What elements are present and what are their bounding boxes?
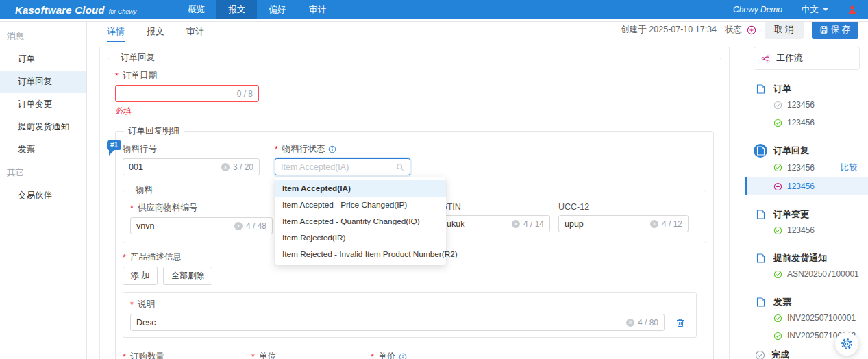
user-avatar-icon[interactable] <box>847 5 857 14</box>
created-timestamp: 创建于 2025-07-10 17:34 <box>621 24 717 36</box>
delete-all-button[interactable]: 全部删除 <box>163 267 212 285</box>
clear-icon[interactable] <box>221 163 230 171</box>
sidebar-item-order[interactable]: 订单 <box>0 48 86 71</box>
gtin-counter: 4 / 14 <box>523 219 544 229</box>
workflow-item[interactable]: 123456 <box>754 96 860 114</box>
info-icon[interactable] <box>399 353 407 359</box>
nav-item-audit[interactable]: 审计 <box>297 0 338 19</box>
workflow-section-order: 订单 123456 123456 <box>754 82 860 132</box>
vendor-item-label: 供应商物料编号 <box>138 202 198 214</box>
add-button[interactable]: 添 加 <box>123 267 158 285</box>
compare-link[interactable]: 比较 <box>841 162 857 173</box>
line-no-field: 物料行号 3 / 20 <box>123 138 260 175</box>
status-check-icon <box>773 101 782 110</box>
gtin-input[interactable] <box>447 219 512 229</box>
tab-message[interactable]: 报文 <box>147 25 164 42</box>
nav-item-overview[interactable]: 概览 <box>176 0 216 19</box>
desc-counter: 4 / 80 <box>638 318 658 327</box>
gtin-field: GTIN 4 / 14 <box>441 197 550 232</box>
clear-icon[interactable] <box>234 222 243 230</box>
line-no-counter: 3 / 20 <box>233 162 253 172</box>
user-name[interactable]: Chewy Demo <box>733 5 782 14</box>
navbar-right: Chewy Demo 中文 <box>733 4 857 16</box>
ucc12-label: UCC-12 <box>558 202 589 212</box>
workflow-title: 工作流 <box>776 52 803 64</box>
clear-icon[interactable] <box>650 220 658 228</box>
order-date-label: 订单日期 <box>123 70 157 82</box>
section-order-response-detail: 订单回复明细 #1 物料行号 3 / 20 <box>115 125 714 359</box>
info-icon[interactable] <box>328 145 336 153</box>
order-date-counter: 0 / 8 <box>237 89 253 99</box>
page-header: 详情 报文 审计 创建于 2025-07-10 17:34 状态 取 消 <box>88 22 868 42</box>
sidebar-item-trading-partner[interactable]: 交易伙伴 <box>0 184 86 207</box>
sidebar-item-invoice[interactable]: 发票 <box>0 138 86 161</box>
done-check-icon <box>755 350 765 359</box>
status-check-icon <box>773 270 782 279</box>
ucc12-input[interactable] <box>565 219 650 229</box>
workflow-icon <box>761 54 770 63</box>
sidebar-item-order-response[interactable]: 订单回复 <box>0 71 86 93</box>
required-error: 必填 <box>115 106 259 117</box>
item-status-dropdown: Item Accepted(IA) Item Accepted - Price … <box>275 177 446 265</box>
document-icon <box>754 295 767 309</box>
dropdown-option[interactable]: Item Rejected(IR) <box>275 230 446 246</box>
workflow-section-title: 订单 <box>773 83 791 95</box>
sidebar-item-asn[interactable]: 提前发货通知 <box>0 116 86 138</box>
settings-fab[interactable] <box>835 332 858 356</box>
workflow-section-title: 订单变更 <box>773 208 809 221</box>
tab-details[interactable]: 详情 <box>107 25 125 42</box>
done-label: 完成 <box>771 349 789 359</box>
vendor-item-input[interactable] <box>136 221 234 231</box>
dropdown-option[interactable]: Item Rejected - Invalid Item Product Num… <box>275 246 446 262</box>
caret-down-icon <box>823 8 828 11</box>
navbar-divider <box>0 21 868 22</box>
workflow-item[interactable]: ASN202507100001 <box>754 265 860 283</box>
sidebar-group-other: 其它 <box>0 161 86 184</box>
order-date-input[interactable] <box>121 89 237 99</box>
sidebar-item-order-change[interactable]: 订单变更 <box>0 93 86 116</box>
brand-logo[interactable]: Kasoftware Cloud for Chewy <box>15 4 136 16</box>
document-id: 123456 <box>787 163 815 173</box>
workflow-item[interactable]: 123456 <box>754 114 860 132</box>
status-check-icon <box>773 226 782 235</box>
workflow-item-selected[interactable]: 123456 <box>745 177 868 195</box>
save-button[interactable]: 保 存 <box>812 21 858 39</box>
line-no-input[interactable] <box>129 162 221 172</box>
desc-input[interactable] <box>136 318 626 327</box>
workflow-section-asn: 提前发货通知 ASN202507100001 <box>754 251 860 283</box>
status-plus-icon <box>773 182 782 191</box>
document-id: 123456 <box>787 100 815 110</box>
dropdown-option[interactable]: Item Accepted - Price Changed(IP) <box>275 197 446 213</box>
clear-icon[interactable] <box>512 220 520 228</box>
status-plus-icon[interactable] <box>747 25 756 35</box>
workflow-item[interactable]: 123456 比较 <box>754 158 860 177</box>
document-id: 123456 <box>787 182 815 191</box>
qty-field: 订购数量 <box>123 346 245 359</box>
vendor-item-counter: 4 / 48 <box>246 221 266 231</box>
status-check-icon <box>773 163 782 172</box>
item-status-field: 物料行状态 <box>275 138 410 175</box>
workflow-panel: 工作流 订单 123456 <box>745 42 868 359</box>
main-column: 订单回复 订单日期 0 / 8 必填 订单回复明细 #1 <box>88 42 745 359</box>
dropdown-option[interactable]: Item Accepted(IA) <box>275 180 446 197</box>
workflow-section-title: 提前发货通知 <box>773 252 827 264</box>
workflow-item[interactable]: INV202507100001 <box>754 309 860 327</box>
workflow-item[interactable]: 123456 <box>754 221 860 239</box>
nav-item-preferences[interactable]: 偏好 <box>257 0 297 19</box>
nav-item-messages[interactable]: 报文 <box>216 0 257 19</box>
trash-icon <box>675 318 685 327</box>
item-status-input[interactable] <box>281 162 396 172</box>
document-icon <box>754 208 767 221</box>
header-meta: 创建于 2025-07-10 17:34 状态 取 消 保 存 <box>621 21 868 42</box>
language-selector[interactable]: 中文 <box>802 4 828 16</box>
clear-icon[interactable] <box>626 319 634 327</box>
tab-audit[interactable]: 审计 <box>186 25 204 42</box>
brand-suffix: for Chewy <box>109 8 137 15</box>
document-id: ASN202507100001 <box>787 269 859 279</box>
cancel-button[interactable]: 取 消 <box>765 21 803 39</box>
product-desc-label: 产品描述信息 <box>130 251 182 263</box>
document-id: 123456 <box>787 225 815 235</box>
line-no-label: 物料行号 <box>123 143 157 155</box>
dropdown-option[interactable]: Item Accepted - Quantity Changed(IQ) <box>275 213 446 230</box>
delete-row-button[interactable] <box>665 314 696 331</box>
